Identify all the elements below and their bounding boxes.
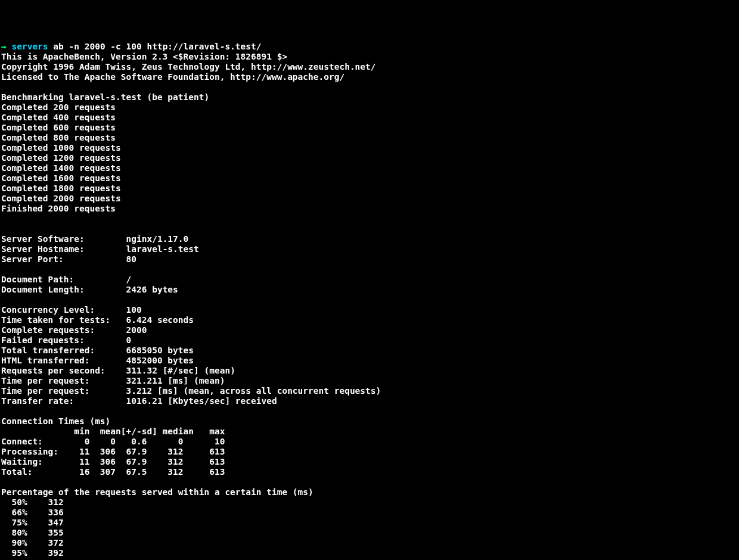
kv-value: 1016.21 [Kbytes/sec] received [126, 396, 277, 406]
percentile-row: 50% 312 [1, 497, 64, 507]
completed-line: Completed 1000 requests [1, 143, 121, 153]
completed-line: Completed 1800 requests [1, 183, 121, 193]
kv-label: HTML transferred: [1, 356, 89, 365]
kv-label: Requests per second: [1, 366, 105, 375]
completed-line: Completed 2000 requests [1, 194, 121, 203]
header-line: Licensed to The Apache Software Foundati… [1, 72, 344, 82]
kv-label: Total transferred: [1, 346, 95, 355]
conn-title: Connection Times (ms) [1, 416, 110, 426]
kv-label: Server Hostname: [1, 244, 85, 254]
kv-value: 311.32 [#/sec] (mean) [126, 366, 235, 375]
kv-label: Transfer rate: [1, 396, 74, 406]
kv-value: 6685050 bytes [126, 346, 194, 355]
percentile-row: 80% 355 [1, 528, 64, 537]
kv-value: 4852000 bytes [126, 356, 194, 365]
percentile-row: 75% 347 [1, 518, 64, 527]
percentile-row: 90% 372 [1, 538, 64, 547]
completed-line: Completed 800 requests [1, 133, 116, 142]
header-line: Copyright 1996 Adam Twiss, Zeus Technolo… [1, 62, 376, 71]
kv-value: 80 [126, 254, 136, 264]
command: ab -n 2000 -c 100 http://laravel-s.test/ [53, 42, 261, 51]
benchmarking-line: Benchmarking laravel-s.test (be patient) [1, 92, 209, 102]
completed-line: Completed 200 requests [1, 102, 116, 112]
conn-row: Processing: 11 306 67.9 312 613 [1, 447, 225, 456]
percentile-title: Percentage of the requests served within… [1, 487, 313, 497]
prompt-arrow: → [1, 42, 7, 51]
percentile-row: 66% 336 [1, 508, 64, 517]
header-line: This is ApacheBench, Version 2.3 <$Revis… [1, 52, 287, 61]
completed-line: Completed 400 requests [1, 113, 116, 122]
conn-row: Connect: 0 0 0.6 0 10 [1, 437, 225, 446]
kv-label: Document Path: [1, 275, 74, 284]
kv-value: laravel-s.test [126, 244, 199, 254]
kv-label: Server Software: [1, 234, 85, 244]
completed-line: Completed 600 requests [1, 123, 116, 132]
kv-value: 2000 [126, 325, 147, 335]
completed-line: Completed 1400 requests [1, 163, 121, 173]
conn-row: Total: 16 307 67.5 312 613 [1, 467, 225, 477]
kv-label: Time taken for tests: [1, 315, 110, 325]
conn-row: Waiting: 11 306 67.9 312 613 [1, 457, 225, 466]
kv-value: 3.212 [ms] (mean, across all concurrent … [126, 386, 381, 396]
kv-value: 6.424 seconds [126, 315, 194, 325]
kv-value: 100 [126, 305, 142, 315]
kv-label: Document Length: [1, 285, 85, 294]
conn-header: min mean[+/-sd] median max [1, 427, 225, 436]
kv-value: 321.211 [ms] (mean) [126, 376, 225, 385]
kv-value: / [126, 275, 132, 284]
kv-value: 2426 bytes [126, 285, 178, 294]
prompt-dir: servers [11, 42, 48, 51]
kv-value: 0 [126, 335, 132, 345]
terminal-output[interactable]: → servers ab -n 2000 -c 100 http://larav… [0, 41, 739, 560]
kv-label: Time per request: [1, 376, 89, 385]
kv-label: Server Port: [1, 254, 64, 264]
kv-label: Failed requests: [1, 335, 85, 345]
kv-label: Complete requests: [1, 325, 95, 335]
kv-label: Time per request: [1, 386, 89, 396]
kv-value: nginx/1.17.0 [126, 234, 189, 244]
finished-line: Finished 2000 requests [1, 204, 116, 213]
kv-label: Concurrency Level: [1, 305, 95, 315]
completed-line: Completed 1200 requests [1, 153, 121, 163]
percentile-row: 95% 392 [1, 548, 64, 558]
completed-line: Completed 1600 requests [1, 173, 121, 183]
